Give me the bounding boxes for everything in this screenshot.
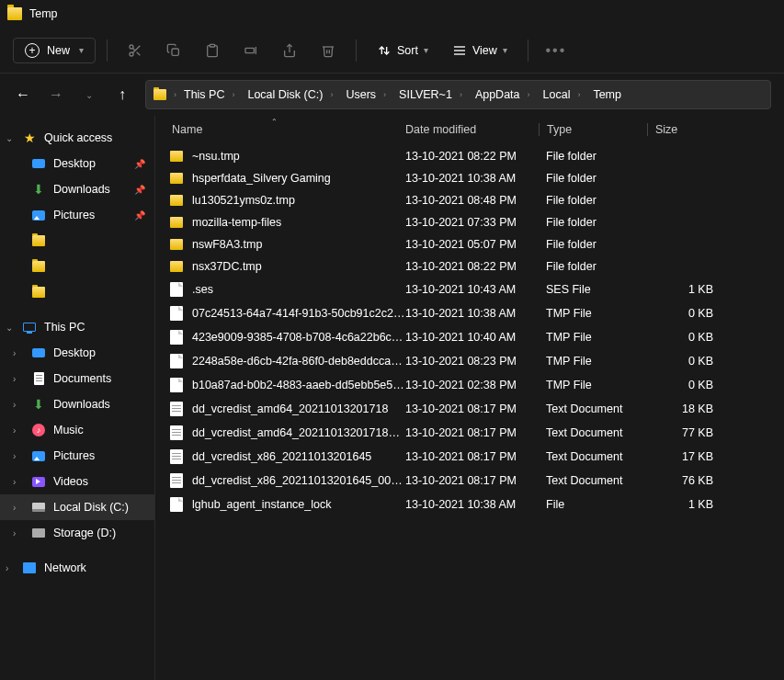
sidebar-desktop[interactable]: Desktop 📌: [0, 151, 154, 176]
file-type: File folder: [539, 238, 647, 251]
file-row[interactable]: 2248a58e-d6cb-42fa-86f0-deb8eddccad5...1…: [155, 349, 784, 373]
file-row[interactable]: hsperfdata_Silvery Gaming13-10-2021 10:3…: [155, 167, 784, 189]
download-icon: ⬇: [31, 397, 46, 412]
sidebar-pictures[interactable]: Pictures 📌: [0, 202, 154, 228]
file-row[interactable]: dd_vcredist_x86_20211013201645_000_vc...…: [155, 469, 784, 493]
file-row[interactable]: mozilla-temp-files13-10-2021 07:33 PMFil…: [155, 211, 784, 233]
column-header-date[interactable]: Date modified: [405, 123, 539, 136]
breadcrumb-item[interactable]: Local Disk (C:)›: [244, 88, 338, 101]
file-row[interactable]: ~nsu.tmp13-10-2021 08:22 PMFile folder: [155, 145, 784, 167]
column-header-type[interactable]: Type: [539, 123, 647, 136]
pin-icon: 📌: [134, 210, 145, 221]
breadcrumb-item[interactable]: SILVER~1›: [395, 88, 468, 101]
file-row[interactable]: 07c24513-64a7-414f-91b3-50cb91c2c2f5.t..…: [155, 301, 784, 325]
sort-button[interactable]: Sort ▾: [368, 39, 437, 62]
desktop-icon: [32, 348, 45, 357]
ellipsis-icon: •••: [545, 42, 566, 59]
file-row[interactable]: nswF8A3.tmp13-10-2021 05:07 PMFile folde…: [155, 233, 784, 255]
toolbar: + New ▾ Sort ▾ View ▾ •••: [0, 28, 784, 74]
column-header-size[interactable]: Size: [647, 123, 728, 136]
main-content: ⌄ ★ Quick access Desktop 📌 ⬇ Downloads 📌…: [0, 116, 784, 680]
rename-button[interactable]: [234, 34, 267, 67]
delete-button[interactable]: [312, 34, 345, 67]
rename-icon: [244, 43, 258, 58]
cut-button[interactable]: [119, 34, 152, 67]
sidebar-documents[interactable]: › Documents: [0, 366, 154, 391]
forward-button[interactable]: →: [46, 86, 66, 103]
sidebar-downloads[interactable]: › ⬇ Downloads: [0, 391, 154, 417]
file-row[interactable]: lu130521yms0z.tmp13-10-2021 08:48 PMFile…: [155, 189, 784, 211]
sidebar-local-disk[interactable]: › Local Disk (C:): [0, 494, 154, 520]
up-button[interactable]: ↑: [112, 86, 132, 103]
column-header-name[interactable]: ⌃ Name: [170, 123, 405, 136]
paste-button[interactable]: [196, 34, 229, 67]
file-row[interactable]: lghub_agent_instance_lock13-10-2021 10:3…: [155, 493, 784, 516]
file-row[interactable]: dd_vcredist_amd64_20211013201718_000...1…: [155, 421, 784, 445]
breadcrumb-item[interactable]: Temp: [589, 88, 625, 101]
sidebar-folder[interactable]: [0, 279, 154, 305]
file-row[interactable]: 423e9009-9385-4708-b708-4c6a22b6cf67....…: [155, 325, 784, 349]
address-bar[interactable]: › This PC› Local Disk (C:)› Users› SILVE…: [145, 80, 771, 109]
chevron-right-icon: ›: [13, 477, 16, 487]
file-name: mozilla-temp-files: [192, 216, 281, 229]
title-bar: Temp: [0, 0, 784, 28]
sidebar-music[interactable]: › ♪ Music: [0, 417, 154, 443]
folder-icon: [170, 195, 183, 206]
sidebar-item-label: Documents: [53, 372, 111, 385]
folder-icon: [7, 7, 22, 20]
share-button[interactable]: [273, 34, 306, 67]
sidebar-desktop[interactable]: › Desktop: [0, 340, 154, 366]
breadcrumb-item[interactable]: AppData›: [472, 88, 536, 101]
sidebar-folder[interactable]: [0, 228, 154, 254]
breadcrumb-item[interactable]: This PC›: [180, 88, 240, 101]
file-row[interactable]: dd_vcredist_amd64_2021101320171813-10-20…: [155, 397, 784, 421]
sidebar-this-pc[interactable]: ⌄ This PC: [0, 314, 154, 340]
svg-rect-7: [245, 48, 254, 52]
file-row[interactable]: nsx37DC.tmp13-10-2021 08:22 PMFile folde…: [155, 255, 784, 278]
file-date: 13-10-2021 08:48 PM: [405, 194, 539, 207]
file-date: 13-10-2021 08:17 PM: [405, 450, 539, 463]
view-button[interactable]: View ▾: [443, 39, 517, 62]
file-size: 76 KB: [647, 474, 728, 487]
file-row[interactable]: dd_vcredist_x86_2021101320164513-10-2021…: [155, 445, 784, 469]
chevron-down-icon: ▾: [79, 45, 84, 55]
more-button[interactable]: •••: [540, 34, 573, 67]
sidebar-quick-access[interactable]: ⌄ ★ Quick access: [0, 125, 154, 151]
breadcrumb-item[interactable]: Local›: [540, 88, 586, 101]
svg-point-0: [130, 45, 133, 49]
file-size: 0 KB: [647, 379, 728, 391]
file-size: 77 KB: [647, 426, 728, 439]
file-row[interactable]: .ses13-10-2021 10:43 AMSES File1 KB: [155, 278, 784, 301]
sidebar-videos[interactable]: › Videos: [0, 469, 154, 494]
folder-icon: [32, 287, 45, 298]
chevron-right-icon: ›: [13, 348, 16, 358]
copy-button[interactable]: [157, 34, 190, 67]
sidebar-item-label: Music: [53, 424, 84, 436]
chevron-right-icon: ›: [13, 528, 16, 538]
sidebar-downloads[interactable]: ⬇ Downloads 📌: [0, 176, 154, 202]
file-size: 0 KB: [647, 331, 728, 344]
file-row[interactable]: b10a87ad-b0b2-4883-aaeb-dd5ebb5e578...13…: [155, 373, 784, 397]
sidebar-storage[interactable]: › Storage (D:): [0, 520, 154, 546]
pictures-icon: [32, 451, 45, 461]
file-date: 13-10-2021 08:23 PM: [405, 355, 539, 368]
new-button[interactable]: + New ▾: [13, 38, 96, 63]
back-button[interactable]: ←: [13, 86, 33, 103]
breadcrumb-item[interactable]: Users›: [342, 88, 392, 101]
sidebar-network[interactable]: › Network: [0, 555, 154, 581]
file-size: 1 KB: [647, 498, 728, 511]
file-icon: [170, 378, 183, 392]
sidebar-item-label: Downloads: [53, 398, 110, 411]
file-type: Text Document: [539, 402, 647, 415]
recent-button[interactable]: ⌄: [79, 90, 99, 100]
storage-icon: [32, 528, 45, 538]
file-name: 2248a58e-d6cb-42fa-86f0-deb8eddccad5...: [192, 355, 405, 368]
chevron-right-icon: ›: [381, 90, 388, 99]
folder-icon: [170, 239, 183, 250]
folder-icon: [170, 173, 183, 184]
sidebar-pictures[interactable]: › Pictures: [0, 443, 154, 469]
sidebar-item-label: Storage (D:): [53, 527, 116, 539]
sidebar-folder[interactable]: [0, 254, 154, 279]
file-type: Text Document: [539, 450, 647, 463]
file-type: File folder: [539, 150, 647, 163]
